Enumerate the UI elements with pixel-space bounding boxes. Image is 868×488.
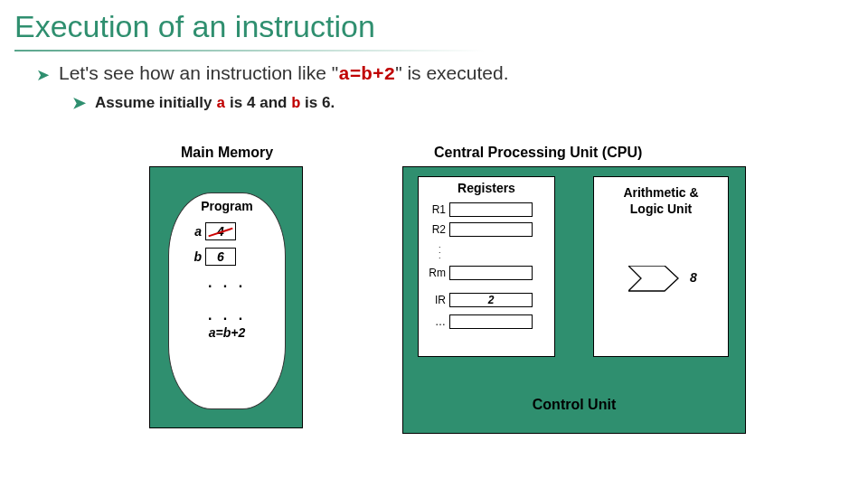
mem-row-a: a 4 (189, 222, 236, 240)
main-memory-title: Main Memory (181, 145, 273, 161)
sub-b: b (291, 95, 300, 112)
reg-label-ir: IR (428, 294, 449, 306)
reg-row-ir: IR 2 (428, 293, 533, 307)
reg-cell-extra (449, 314, 533, 329)
arrow-right-icon: ➤ (72, 95, 86, 111)
inline-code: a=b+2 (338, 64, 395, 85)
dots-1: . . . (169, 275, 285, 291)
registers-box: Registers R1 R2 ... Rm IR 2 … (418, 176, 555, 357)
bullet-post: " is executed. (395, 62, 508, 83)
alu-trapezoid-icon (628, 266, 683, 293)
alu-title-l1: Arithmetic & (623, 185, 698, 200)
mem-cell-a: 4 (205, 222, 236, 240)
mem-cell-b: 6 (205, 248, 236, 266)
reg-cell-rm (449, 266, 533, 280)
bullet-sub: ➤ Assume initially a is 4 and b is 6. (72, 94, 868, 112)
mem-label-a: a (189, 224, 202, 239)
title-underline (14, 50, 485, 52)
bullet-main: ➤ Let's see how an instruction like "a=b… (36, 62, 868, 85)
reg-row-rm: Rm (428, 266, 533, 280)
diagram: Main Memory Central Processing Unit (CPU… (104, 145, 827, 470)
reg-row-extra: … (428, 314, 533, 329)
reg-row-r1: R1 (428, 202, 533, 217)
sub-a: a (216, 95, 225, 112)
sub-t3: is 6. (300, 94, 335, 111)
program-label: Program (169, 199, 285, 213)
sub-t2: is 4 and (225, 94, 291, 111)
program-stmt: a=b+2 (169, 325, 285, 340)
alu-title: Arithmetic & Logic Unit (594, 184, 728, 217)
mem-label-b: b (189, 249, 202, 264)
alu-title-l2: Logic Unit (630, 202, 692, 216)
mem-value-b: 6 (217, 249, 224, 264)
registers-title: Registers (419, 181, 554, 195)
dots-2: . . . (169, 307, 285, 324)
svg-marker-0 (628, 266, 678, 291)
reg-label-extra: … (428, 315, 449, 328)
reg-label-r2: R2 (428, 223, 449, 236)
bullet-text: Let's see how an instruction like "a=b+2… (59, 62, 509, 85)
reg-cell-r2 (449, 222, 533, 237)
alu-output: 8 (690, 270, 697, 285)
reg-row-r2: R2 (428, 222, 533, 237)
alu-box: Arithmetic & Logic Unit 8 (593, 176, 729, 357)
bullet-pre: Let's see how an instruction like " (59, 62, 338, 83)
sub-text: Assume initially a is 4 and b is 6. (95, 94, 335, 112)
slide-title: Execution of an instruction (0, 0, 868, 50)
main-memory-box: Program a 4 b 6 . . . . . . a=b+2 (149, 166, 303, 428)
program-shape: Program a 4 b 6 . . . . . . a=b+2 (168, 192, 286, 409)
reg-label-r1: R1 (428, 203, 449, 216)
cpu-box: Registers R1 R2 ... Rm IR 2 … (402, 166, 746, 434)
control-unit-label: Control Unit (403, 397, 745, 413)
mem-row-b: b 6 (189, 248, 236, 266)
vdots-1: ... (439, 242, 441, 258)
sub-t1: Assume initially (95, 94, 216, 111)
reg-cell-ir: 2 (449, 293, 533, 307)
reg-label-rm: Rm (428, 267, 449, 279)
cpu-title: Central Processing Unit (CPU) (434, 145, 642, 161)
arrow-right-icon: ➤ (36, 67, 50, 83)
reg-cell-r1 (449, 202, 533, 217)
